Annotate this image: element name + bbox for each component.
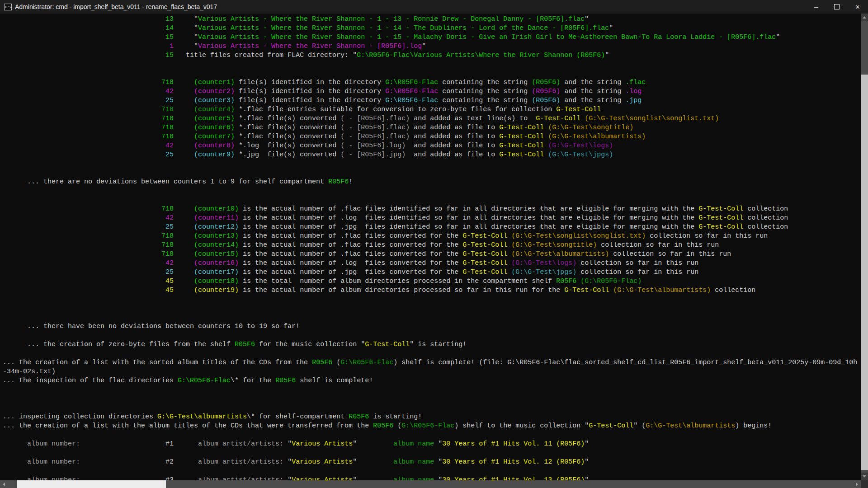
terminal-line: 718 (counter7) *.flac file(s) converted … xyxy=(3,132,861,141)
terminal-line xyxy=(3,331,861,340)
terminal-line: 45 (counter19) is the actual number of a… xyxy=(3,286,861,295)
terminal-line xyxy=(3,467,861,476)
terminal-line: 718 (counter15) is the actual number of … xyxy=(3,250,861,259)
maximize-icon xyxy=(834,4,840,9)
terminal-line: ... there are no deviations between coun… xyxy=(3,178,861,187)
close-button[interactable]: ✕ xyxy=(847,0,868,14)
vertical-scrollbar[interactable] xyxy=(861,14,868,480)
window-controls: ─ ✕ xyxy=(806,0,868,14)
close-icon: ✕ xyxy=(855,4,860,10)
terminal-line: 718 (counter4) *.flac file entries suita… xyxy=(3,105,861,114)
terminal-line: 42 (counter11) is the actual number of .… xyxy=(3,214,861,223)
scroll-right-button[interactable] xyxy=(853,480,861,488)
terminal-line xyxy=(3,313,861,322)
terminal-line xyxy=(3,187,861,196)
terminal-line: 25 (counter17) is the actual number of .… xyxy=(3,268,861,277)
terminal-line: album number: #1 album artist/artists: "… xyxy=(3,440,861,449)
minimize-icon: ─ xyxy=(814,4,818,10)
terminal-line: ... the creation of zero-byte files from… xyxy=(3,340,861,349)
terminal-line: 718 (counter5) *.flac file(s) converted … xyxy=(3,114,861,123)
horizontal-scrollbar-thumb[interactable] xyxy=(17,480,166,488)
terminal-line: 25 (counter3) file(s) identified in the … xyxy=(3,96,861,105)
terminal-line: 15 "Various Artists - Where the River Sh… xyxy=(3,33,861,42)
terminal-line: 15 title files created from FLAC directo… xyxy=(3,51,861,60)
vertical-scrollbar-thumb[interactable] xyxy=(861,75,868,470)
terminal-line: 14 "Various Artists - Where the River Sh… xyxy=(3,24,861,33)
terminal-line xyxy=(3,431,861,440)
scroll-right-icon xyxy=(856,483,858,486)
terminal-line xyxy=(3,404,861,413)
terminal-line: 13 "Various Artists - Where the River Sh… xyxy=(3,15,861,24)
terminal-line: ... the creation of a list with the albu… xyxy=(3,422,861,431)
horizontal-scrollbar[interactable] xyxy=(0,480,861,488)
terminal-line: ... inspecting collection directories G:… xyxy=(3,413,861,422)
terminal-line: 25 (counter12) is the actual number of .… xyxy=(3,223,861,232)
terminal-line xyxy=(3,304,861,313)
window-title: Administrator: cmd - import_shelf_beta_v… xyxy=(15,3,217,10)
terminal-line: 718 (counter14) is the actual number of … xyxy=(3,241,861,250)
terminal-line: 718 (counter1) file(s) identified in the… xyxy=(3,78,861,87)
terminal-line xyxy=(3,169,861,178)
terminal-line xyxy=(3,449,861,458)
terminal-line xyxy=(3,349,861,358)
terminal-line xyxy=(3,196,861,205)
scroll-up-icon xyxy=(863,16,866,19)
scroll-left-icon xyxy=(3,483,5,486)
terminal-line: 42 (counter16) is the actual number of .… xyxy=(3,259,861,268)
scroll-up-button[interactable] xyxy=(861,14,868,21)
console-window: C:\ Administrator: cmd - import_shelf_be… xyxy=(0,0,868,488)
terminal-line xyxy=(3,385,861,394)
terminal-line xyxy=(3,60,861,69)
scroll-down-icon xyxy=(863,475,866,478)
scroll-down-button[interactable] xyxy=(861,473,868,480)
cmd-icon: C:\ xyxy=(4,4,12,10)
terminal-line: 1 "Various Artists - Where the River Sha… xyxy=(3,42,861,51)
terminal-line xyxy=(3,295,861,304)
terminal-line xyxy=(3,160,861,169)
maximize-button[interactable] xyxy=(826,0,847,14)
terminal-line: 25 (counter9) *.jpg file(s) converted ( … xyxy=(3,150,861,160)
terminal-line: 42 (counter8) *.log file(s) converted ( … xyxy=(3,141,861,150)
terminal-line: ... there have been no deviations betwee… xyxy=(3,322,861,331)
terminal-line: 45 (counter18) is the total number of al… xyxy=(3,277,861,286)
terminal-line: 718 (counter10) is the actual number of … xyxy=(3,205,861,214)
terminal-line: album number: #3 album artist/artists: "… xyxy=(3,476,861,480)
scrollbar-corner xyxy=(861,480,868,488)
terminal-line: -34m-02s.txt) xyxy=(3,367,861,376)
terminal-line: 718 (counter6) *.flac file(s) converted … xyxy=(3,123,861,132)
terminal-line xyxy=(3,394,861,404)
terminal-line: 42 (counter2) file(s) identified in the … xyxy=(3,87,861,96)
terminal-line: 718 (counter13) is the actual number of … xyxy=(3,232,861,241)
terminal-line: ... the creation of a list with the sort… xyxy=(3,358,861,367)
terminal-line: ... the inspection of the flac directori… xyxy=(3,376,861,385)
terminal-line: album number: #2 album artist/artists: "… xyxy=(3,458,861,467)
minimize-button[interactable]: ─ xyxy=(806,0,826,14)
scroll-left-button[interactable] xyxy=(0,480,8,488)
title-bar: C:\ Administrator: cmd - import_shelf_be… xyxy=(0,0,868,14)
terminal-output: 13 "Various Artists - Where the River Sh… xyxy=(0,14,861,480)
terminal-line xyxy=(3,69,861,78)
